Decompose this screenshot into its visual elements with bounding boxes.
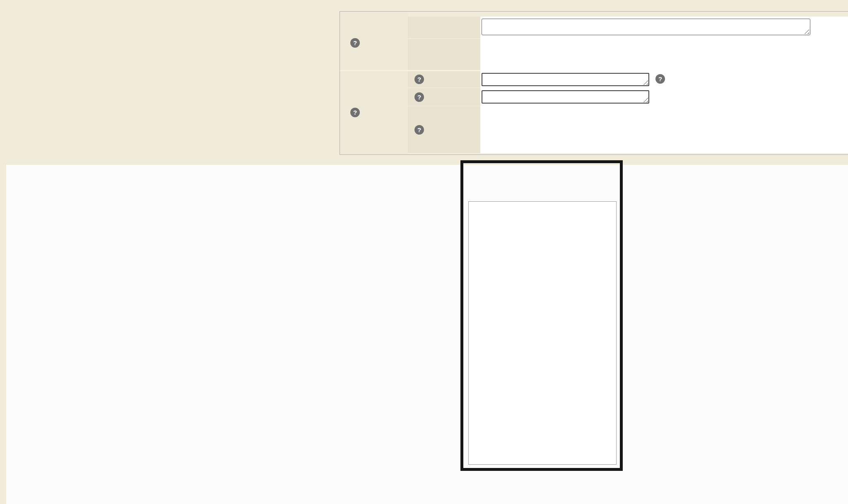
flowsheet-name-textarea[interactable] — [482, 19, 810, 35]
observation-label-cell: ? — [408, 71, 480, 87]
help-icon[interactable]: ? — [350, 108, 360, 117]
page: ? ? ? ? ? ? — [0, 0, 848, 504]
input-type-dropdown-list — [468, 201, 617, 465]
flowsheet-name-field-wrap — [482, 19, 810, 35]
observation-field-wrap — [482, 73, 649, 86]
observation-textarea[interactable] — [482, 73, 649, 86]
options-label-cell — [408, 39, 480, 70]
order-textarea[interactable] — [482, 90, 649, 104]
help-icon[interactable]: ? — [414, 92, 424, 102]
panel-left-column — [340, 12, 408, 154]
properties-group-label: ? — [347, 38, 360, 48]
flow-label-cell: ? — [408, 106, 480, 153]
section-divider — [340, 70, 480, 71]
help-icon[interactable]: ? — [655, 74, 665, 84]
items-group-label: ? — [347, 108, 360, 117]
help-icon[interactable]: ? — [414, 75, 424, 84]
help-icon[interactable]: ? — [350, 38, 360, 48]
help-icon[interactable]: ? — [414, 125, 424, 135]
flowsheet-name-label-cell — [408, 17, 480, 38]
items-table — [6, 165, 848, 504]
order-field-wrap — [482, 90, 649, 104]
order-label-cell: ? — [408, 88, 480, 106]
